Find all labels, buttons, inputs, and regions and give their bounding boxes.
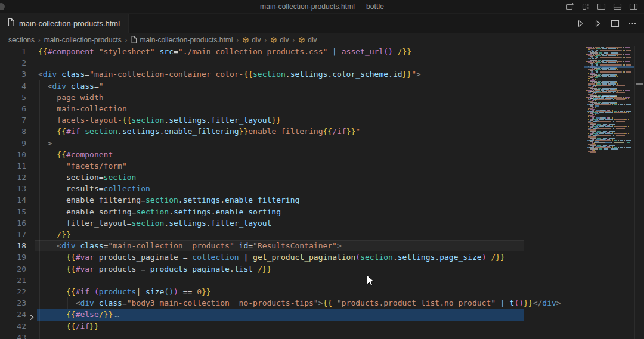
code-line[interactable]: 5page-width (0, 92, 584, 103)
code-line[interactable]: 24{{#else/}}… (0, 309, 584, 320)
line-number: 12 (0, 172, 26, 183)
split-editor-icon[interactable] (611, 19, 620, 28)
indent-guide (67, 297, 68, 309)
fold-ellipsis[interactable]: … (114, 310, 119, 319)
breadcrumb-separator: › (265, 36, 267, 43)
line-number: 2 (0, 57, 26, 69)
indent-guide (49, 206, 49, 217)
code-line[interactable]: 18<div class="main-collection__products"… (0, 240, 584, 251)
code-line[interactable]: 23<div class="body3 main-collection__no-… (0, 297, 584, 309)
breadcrumb-item-file[interactable]: main-collection-products.html (131, 36, 233, 44)
line-number: 15 (0, 206, 26, 217)
code-line[interactable]: 22{{#if (products| size()) == 0}} (0, 286, 584, 297)
code-text: main-collection (57, 103, 126, 114)
indent-guide (49, 194, 49, 206)
line-number: 18 (0, 240, 26, 251)
code-line[interactable]: 14enable_filtering=section.settings.enab… (0, 194, 584, 206)
indent-guide (39, 286, 40, 297)
indent-guide (58, 183, 58, 194)
code-line[interactable]: 13results=collection (0, 183, 584, 194)
line-number: 5 (0, 92, 26, 103)
code-line[interactable]: 12section=section (0, 172, 584, 183)
code-text: {{#component "stylesheet" src="./main-co… (38, 46, 411, 57)
indent-guide (39, 275, 40, 286)
code-text: {{#var products = products_paginate.list… (66, 263, 271, 275)
run-icon[interactable] (576, 19, 585, 28)
code-line[interactable]: 17/}} (0, 229, 584, 240)
file-icon (131, 36, 137, 43)
indent-guide (49, 183, 49, 194)
tab-main-collection-products[interactable]: main-collection-products.html (0, 14, 129, 33)
line-number: 14 (0, 194, 26, 206)
toggle-panel-bottom-icon[interactable] (613, 2, 622, 11)
indent-guide (39, 240, 40, 251)
code-lines[interactable]: 1{{#component "stylesheet" src="./main-c… (0, 46, 584, 339)
code-line[interactable]: 2 (0, 57, 584, 69)
indent-guide (49, 275, 49, 286)
breadcrumb-item-folder[interactable]: main-collection-products (44, 36, 122, 44)
minimap[interactable] (584, 46, 634, 339)
code-line[interactable]: 16filter_layout=section.settings.filter_… (0, 217, 584, 229)
breadcrumb-item-sections[interactable]: sections (8, 36, 35, 44)
code-line[interactable]: 42{{/if}} (0, 321, 584, 332)
line-number: 1 (0, 46, 26, 57)
overview-ruler[interactable] (634, 46, 644, 339)
code-line[interactable]: 6main-collection (0, 103, 584, 114)
breadcrumb-item-div[interactable]: div (242, 36, 261, 44)
code-line[interactable]: 11"facets/form" (0, 160, 584, 172)
code-line[interactable]: 9> (0, 138, 584, 149)
indent-guide (49, 251, 49, 263)
breadcrumb-item-div[interactable]: div (298, 36, 317, 44)
indent-guide (58, 160, 58, 172)
code-text: {{/if}} (66, 321, 99, 332)
indent-guide (49, 240, 49, 251)
window-control-button[interactable] (0, 3, 5, 10)
window-plus-icon[interactable] (566, 2, 574, 11)
toggle-panel-left-icon[interactable] (597, 2, 606, 11)
customize-layout-icon[interactable] (581, 2, 590, 11)
code-line[interactable]: 20{{#var products = products_paginate.li… (0, 263, 584, 275)
code-line[interactable]: 4<div class=" (0, 80, 584, 92)
run-icon[interactable] (593, 19, 602, 28)
indent-guide (49, 126, 49, 137)
toggle-panel-right-icon[interactable] (629, 2, 638, 11)
code-line[interactable]: 43 (0, 332, 584, 339)
indent-guide (58, 275, 58, 286)
file-icon (7, 18, 15, 29)
code-line[interactable]: 10{{#component (0, 149, 584, 160)
code-line[interactable]: 3<div class="main-collection-container c… (0, 69, 584, 80)
code-text: filter_layout=section.settings.filter_la… (66, 217, 271, 229)
code-line[interactable]: 15enable_sorting=section.settings.enable… (0, 206, 584, 217)
code-text: {{#else/}}… (66, 309, 119, 320)
more-actions-icon[interactable] (628, 19, 637, 28)
indent-guide (58, 172, 58, 183)
indent-guide (49, 92, 49, 103)
vscode-window: main-collection-products.html — bottle (0, 0, 644, 339)
indent-guide (39, 309, 40, 320)
line-number: 3 (0, 69, 26, 80)
code-text: facets-layout-{{section.settings.filter_… (57, 114, 281, 126)
breadcrumb-item-div[interactable]: div (270, 36, 289, 44)
indent-guide (39, 229, 40, 240)
indent-guide (39, 217, 40, 229)
indent-guide (39, 92, 40, 103)
indent-guide (49, 263, 49, 275)
code-line[interactable]: 19{{#var products_paginate = collection … (0, 251, 584, 263)
code-text: <div class="main-collection__products" i… (57, 240, 341, 251)
code-text: {{#var products_paginate = collection | … (66, 251, 505, 263)
code-text: <div class=" (48, 80, 104, 92)
indent-guide (39, 114, 40, 126)
indent-guide (39, 138, 40, 149)
indent-guide (49, 217, 49, 229)
code-line[interactable]: 7facets-layout-{{section.settings.filter… (0, 114, 584, 126)
code-line[interactable]: 8{{#if section.settings.enable_filtering… (0, 126, 584, 137)
code-line[interactable]: 21 (0, 275, 584, 286)
indent-guide (49, 172, 49, 183)
code-editor[interactable]: 1{{#component "stylesheet" src="./main-c… (0, 46, 644, 339)
line-number: 11 (0, 160, 26, 172)
code-line[interactable]: 1{{#component "stylesheet" src="./main-c… (0, 46, 584, 57)
line-number: 17 (0, 229, 26, 240)
code-text: results=collection (66, 183, 150, 194)
indent-guide (49, 229, 49, 240)
breadcrumb-separator: › (38, 36, 41, 43)
